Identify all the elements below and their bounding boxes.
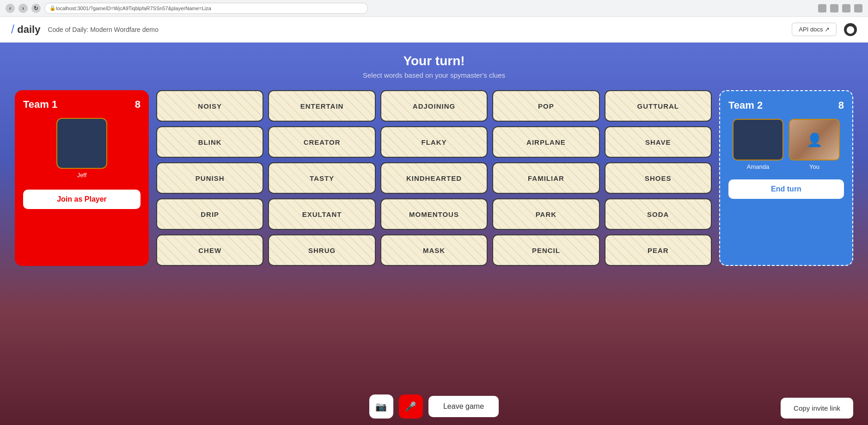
- word-card-pear[interactable]: PEAR: [605, 234, 712, 266]
- app-logo: / daily: [11, 22, 40, 37]
- word-card-blink[interactable]: BLINK: [156, 126, 263, 158]
- end-turn-button[interactable]: End turn: [728, 179, 844, 199]
- word-card-creator[interactable]: CREATOR: [268, 126, 375, 158]
- word-card-flaky[interactable]: FLAKY: [380, 126, 488, 158]
- word-card-familiar[interactable]: FAMILIAR: [492, 162, 599, 194]
- copy-invite-button[interactable]: Copy invite link: [781, 398, 853, 419]
- word-card-mask[interactable]: MASK: [380, 234, 488, 266]
- game-layout: Team 1 8 Jeff Join as Player NOISYENTERT…: [15, 90, 853, 266]
- extensions-icon: [842, 4, 850, 12]
- word-card-momentous[interactable]: MOMENTOUS: [380, 198, 488, 230]
- team2-player2-card: 👤 You: [789, 119, 840, 170]
- join-as-player-button[interactable]: Join as Player: [23, 190, 141, 209]
- profile-icon: [854, 4, 862, 12]
- app-title: Code of Daily: Modern Wordfare demo: [48, 26, 158, 33]
- word-card-kindhearted[interactable]: KINDHEARTED: [380, 162, 488, 194]
- turn-title: Your turn!: [15, 54, 853, 68]
- word-card-exultant[interactable]: EXULTANT: [268, 198, 375, 230]
- game-background: Your turn! Select words based on your sp…: [0, 43, 868, 425]
- team1-header: Team 1 8: [23, 99, 141, 111]
- forward-button[interactable]: ›: [18, 4, 28, 13]
- logo-text: daily: [17, 24, 40, 36]
- team1-player: Jeff: [23, 118, 141, 179]
- url-text: localhost:3001/?gameID=WjcA9TiqblpfaR7SS…: [56, 6, 211, 11]
- mic-off-icon: 🎤: [405, 401, 416, 412]
- team2-players: Amanda 👤 You: [728, 119, 844, 170]
- word-card-pencil[interactable]: PENCIL: [492, 234, 599, 266]
- microphone-button[interactable]: 🎤: [399, 394, 423, 419]
- cast-icon: [818, 4, 826, 12]
- word-card-adjoining[interactable]: ADJOINING: [380, 90, 488, 122]
- turn-header: Your turn! Select words based on your sp…: [15, 54, 853, 79]
- word-card-noisy[interactable]: NOISY: [156, 90, 263, 122]
- word-card-tasty[interactable]: TASTY: [268, 162, 375, 194]
- word-card-soda[interactable]: SODA: [605, 198, 712, 230]
- team2-header: Team 2 8: [728, 99, 844, 111]
- word-card-drip[interactable]: DRIP: [156, 198, 263, 230]
- leave-game-button[interactable]: Leave game: [428, 396, 499, 417]
- team1-player-name: Jeff: [77, 172, 87, 179]
- word-card-shoes[interactable]: SHOES: [605, 162, 712, 194]
- word-card-pop[interactable]: POP: [492, 90, 599, 122]
- team1-player-avatar: [56, 118, 107, 169]
- browser-chrome: ‹ › ↻ 🔒 localhost:3001/?gameID=WjcA9Tiqb…: [0, 0, 868, 17]
- team1-panel: Team 1 8 Jeff Join as Player: [15, 90, 149, 266]
- word-grid: NOISYENTERTAINADJOININGPOPGUTTURALBLINKC…: [156, 90, 712, 266]
- app-header: / daily Code of Daily: Modern Wordfare d…: [0, 17, 868, 43]
- camera-icon: 📷: [375, 401, 387, 412]
- reload-button[interactable]: ↻: [31, 4, 41, 13]
- back-button[interactable]: ‹: [6, 4, 15, 13]
- word-card-guttural[interactable]: GUTTURAL: [605, 90, 712, 122]
- team2-score: 8: [838, 99, 844, 111]
- github-icon[interactable]: ⬤: [844, 23, 857, 36]
- team2-player1-avatar: [733, 119, 783, 160]
- team2-panel: Team 2 8 Amanda 👤 You End turn: [719, 90, 853, 266]
- team2-player2-name: You: [809, 163, 819, 170]
- word-card-shave[interactable]: SHAVE: [605, 126, 712, 158]
- word-card-chew[interactable]: CHEW: [156, 234, 263, 266]
- word-card-entertain[interactable]: ENTERTAIN: [268, 90, 375, 122]
- team2-player1-card: Amanda: [733, 119, 783, 170]
- word-card-airplane[interactable]: AIRPLANE: [492, 126, 599, 158]
- team2-name: Team 2: [728, 99, 763, 111]
- team1-name: Team 1: [23, 99, 57, 111]
- team2-player2-avatar: 👤: [789, 119, 840, 160]
- team2-player2-video: 👤: [790, 120, 839, 160]
- api-docs-button[interactable]: API docs ↗: [792, 23, 837, 36]
- team2-player1-name: Amanda: [747, 163, 769, 170]
- url-bar[interactable]: 🔒 localhost:3001/?gameID=WjcA9TiqblpfaR7…: [44, 3, 368, 14]
- api-docs-label: API docs ↗: [799, 26, 830, 33]
- team1-score: 8: [135, 99, 141, 111]
- logo-slash: /: [11, 22, 14, 37]
- bookmark-icon: [830, 4, 838, 12]
- header-right: API docs ↗ ⬤: [792, 23, 857, 36]
- turn-subtitle: Select words based on your spymaster's c…: [15, 71, 853, 79]
- word-card-shrug[interactable]: SHRUG: [268, 234, 375, 266]
- word-card-punish[interactable]: PUNISH: [156, 162, 263, 194]
- browser-icons: [818, 4, 862, 12]
- camera-button[interactable]: 📷: [369, 394, 393, 419]
- word-card-park[interactable]: PARK: [492, 198, 599, 230]
